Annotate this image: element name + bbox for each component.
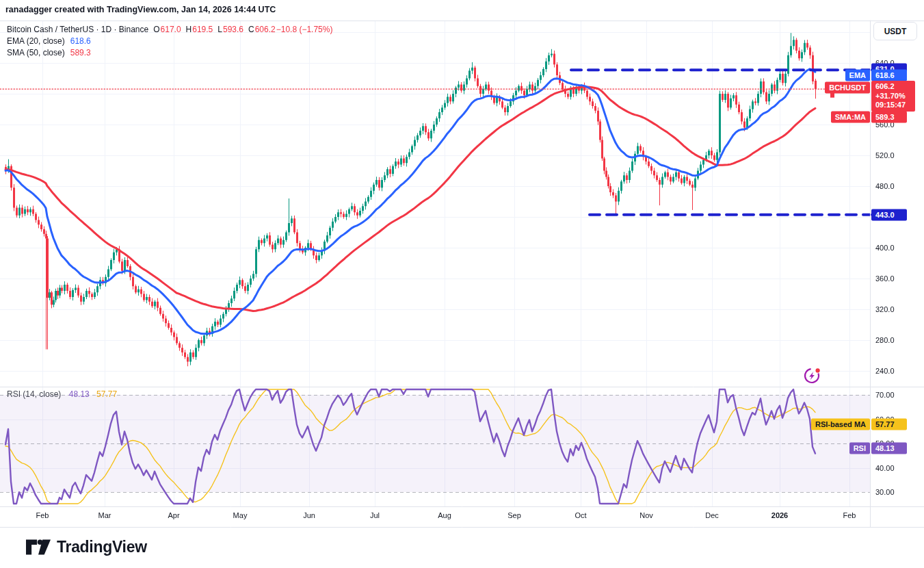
tradingview-logo[interactable]: TradingView: [26, 538, 147, 556]
symbol-title: Bitcoin Cash / TetherUS · 1D · Binance: [7, 24, 148, 36]
price-axis[interactable]: [870, 21, 924, 506]
rsi-title: RSI (14, close): [7, 389, 61, 399]
tradingview-logo-text: TradingView: [57, 538, 147, 556]
ohlc-value: 606.2: [255, 25, 276, 34]
ohlc-key: C: [248, 25, 254, 34]
ohlc-key: O: [153, 25, 159, 34]
ohlc-value: 619.5: [192, 25, 213, 34]
attribution-text: ranadagger created with TradingView.com,…: [5, 5, 276, 14]
tradingview-chart-widget: ranadagger created with TradingView.com,…: [0, 0, 924, 568]
tradingview-logo-mark: [26, 539, 51, 556]
sma-price-label-tag: SMA:MA: [831, 112, 870, 123]
change-value: −10.8 (−1.75%): [276, 24, 333, 36]
sma-label: SMA (50, close): [7, 47, 65, 59]
ohlc-value: 617.0: [161, 25, 181, 34]
ema-label: EMA (20, close): [7, 36, 65, 47]
rsi-legend[interactable]: RSI (14, close) 48.13 57.77: [7, 389, 117, 399]
time-axis[interactable]: [0, 506, 870, 527]
ohlc-key: H: [186, 25, 192, 34]
chart-legend: Bitcoin Cash / TetherUS · 1D · Binance O…: [7, 24, 332, 59]
ema-value: 618.6: [70, 36, 91, 47]
sma-value: 589.3: [70, 47, 91, 59]
legend-symbol-row[interactable]: Bitcoin Cash / TetherUS · 1D · Binance O…: [7, 24, 332, 36]
chart-canvas[interactable]: [0, 0, 924, 568]
rsi-current-value: 48.13: [69, 389, 90, 399]
legend-ema-row[interactable]: EMA (20, close) 618.6: [7, 36, 332, 47]
flash-publish-icon[interactable]: [803, 366, 822, 385]
rsi-ma-value: 57.77: [96, 389, 117, 399]
ohlc-key: L: [217, 25, 222, 34]
symbol-price-label-tag: BCHUSDT: [825, 82, 870, 94]
ema-price-label-tag: EMA: [845, 70, 870, 81]
rsi-ma-label-tag: RSI-based MA: [811, 419, 870, 430]
ohlc-value: 593.6: [223, 25, 243, 34]
legend-sma-row[interactable]: SMA (50, close) 589.3: [7, 47, 332, 59]
ohlc-values: O617.0H619.5L593.6C606.2: [148, 24, 276, 36]
rsi-value-label-tag: RSI: [849, 443, 870, 454]
